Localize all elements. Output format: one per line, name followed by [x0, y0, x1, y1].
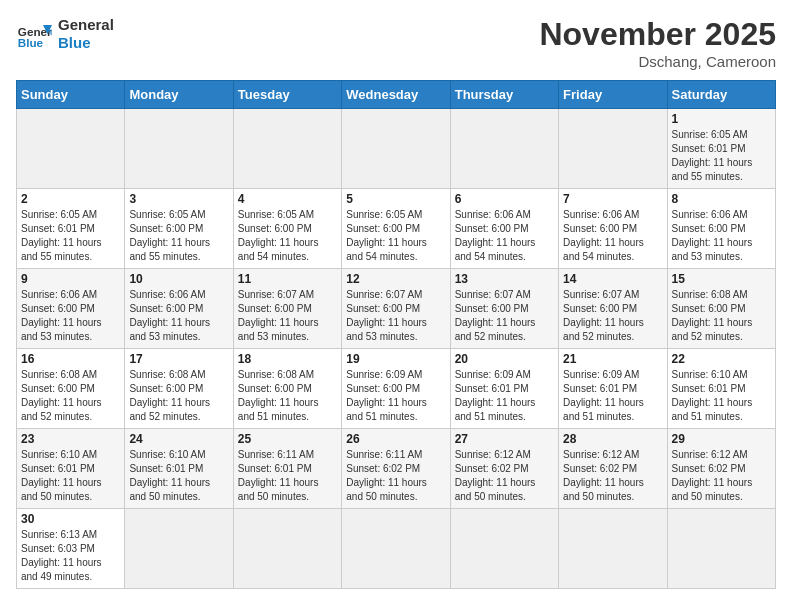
table-row [559, 109, 667, 189]
svg-text:Blue: Blue [18, 36, 44, 49]
day-number: 16 [21, 352, 120, 366]
day-info: Sunrise: 6:13 AM Sunset: 6:03 PM Dayligh… [21, 529, 102, 582]
table-row: 4Sunrise: 6:05 AM Sunset: 6:00 PM Daylig… [233, 189, 341, 269]
day-number: 11 [238, 272, 337, 286]
page-header: General Blue General Blue November 2025 … [16, 16, 776, 70]
table-row [17, 109, 125, 189]
day-info: Sunrise: 6:08 AM Sunset: 6:00 PM Dayligh… [238, 369, 319, 422]
day-number: 2 [21, 192, 120, 206]
logo-icon: General Blue [16, 16, 52, 52]
day-number: 19 [346, 352, 445, 366]
day-number: 13 [455, 272, 554, 286]
day-number: 14 [563, 272, 662, 286]
table-row: 24Sunrise: 6:10 AM Sunset: 6:01 PM Dayli… [125, 429, 233, 509]
day-info: Sunrise: 6:08 AM Sunset: 6:00 PM Dayligh… [672, 289, 753, 342]
table-row [342, 109, 450, 189]
day-number: 29 [672, 432, 771, 446]
table-row [125, 109, 233, 189]
table-row: 17Sunrise: 6:08 AM Sunset: 6:00 PM Dayli… [125, 349, 233, 429]
table-row: 25Sunrise: 6:11 AM Sunset: 6:01 PM Dayli… [233, 429, 341, 509]
table-row [559, 509, 667, 589]
day-info: Sunrise: 6:05 AM Sunset: 6:00 PM Dayligh… [238, 209, 319, 262]
table-row: 14Sunrise: 6:07 AM Sunset: 6:00 PM Dayli… [559, 269, 667, 349]
day-info: Sunrise: 6:12 AM Sunset: 6:02 PM Dayligh… [455, 449, 536, 502]
day-info: Sunrise: 6:07 AM Sunset: 6:00 PM Dayligh… [563, 289, 644, 342]
day-number: 1 [672, 112, 771, 126]
calendar-week-row: 23Sunrise: 6:10 AM Sunset: 6:01 PM Dayli… [17, 429, 776, 509]
day-info: Sunrise: 6:12 AM Sunset: 6:02 PM Dayligh… [563, 449, 644, 502]
table-row: 22Sunrise: 6:10 AM Sunset: 6:01 PM Dayli… [667, 349, 775, 429]
day-number: 26 [346, 432, 445, 446]
col-monday: Monday [125, 81, 233, 109]
table-row [233, 509, 341, 589]
table-row: 18Sunrise: 6:08 AM Sunset: 6:00 PM Dayli… [233, 349, 341, 429]
calendar-week-row: 9Sunrise: 6:06 AM Sunset: 6:00 PM Daylig… [17, 269, 776, 349]
day-number: 24 [129, 432, 228, 446]
day-number: 8 [672, 192, 771, 206]
table-row: 6Sunrise: 6:06 AM Sunset: 6:00 PM Daylig… [450, 189, 558, 269]
table-row: 21Sunrise: 6:09 AM Sunset: 6:01 PM Dayli… [559, 349, 667, 429]
day-info: Sunrise: 6:10 AM Sunset: 6:01 PM Dayligh… [129, 449, 210, 502]
day-info: Sunrise: 6:06 AM Sunset: 6:00 PM Dayligh… [129, 289, 210, 342]
table-row: 11Sunrise: 6:07 AM Sunset: 6:00 PM Dayli… [233, 269, 341, 349]
table-row: 20Sunrise: 6:09 AM Sunset: 6:01 PM Dayli… [450, 349, 558, 429]
table-row: 5Sunrise: 6:05 AM Sunset: 6:00 PM Daylig… [342, 189, 450, 269]
table-row: 27Sunrise: 6:12 AM Sunset: 6:02 PM Dayli… [450, 429, 558, 509]
calendar-week-row: 16Sunrise: 6:08 AM Sunset: 6:00 PM Dayli… [17, 349, 776, 429]
table-row [342, 509, 450, 589]
day-number: 27 [455, 432, 554, 446]
day-info: Sunrise: 6:12 AM Sunset: 6:02 PM Dayligh… [672, 449, 753, 502]
day-number: 28 [563, 432, 662, 446]
day-info: Sunrise: 6:06 AM Sunset: 6:00 PM Dayligh… [672, 209, 753, 262]
col-wednesday: Wednesday [342, 81, 450, 109]
day-info: Sunrise: 6:08 AM Sunset: 6:00 PM Dayligh… [21, 369, 102, 422]
day-info: Sunrise: 6:06 AM Sunset: 6:00 PM Dayligh… [21, 289, 102, 342]
day-info: Sunrise: 6:05 AM Sunset: 6:00 PM Dayligh… [129, 209, 210, 262]
day-number: 4 [238, 192, 337, 206]
day-number: 3 [129, 192, 228, 206]
table-row: 2Sunrise: 6:05 AM Sunset: 6:01 PM Daylig… [17, 189, 125, 269]
table-row: 10Sunrise: 6:06 AM Sunset: 6:00 PM Dayli… [125, 269, 233, 349]
day-number: 30 [21, 512, 120, 526]
day-info: Sunrise: 6:07 AM Sunset: 6:00 PM Dayligh… [455, 289, 536, 342]
table-row: 1Sunrise: 6:05 AM Sunset: 6:01 PM Daylig… [667, 109, 775, 189]
day-number: 17 [129, 352, 228, 366]
day-info: Sunrise: 6:10 AM Sunset: 6:01 PM Dayligh… [21, 449, 102, 502]
logo-general-text: General [58, 16, 114, 34]
day-info: Sunrise: 6:07 AM Sunset: 6:00 PM Dayligh… [346, 289, 427, 342]
calendar-table: Sunday Monday Tuesday Wednesday Thursday… [16, 80, 776, 589]
day-number: 23 [21, 432, 120, 446]
table-row: 9Sunrise: 6:06 AM Sunset: 6:00 PM Daylig… [17, 269, 125, 349]
day-info: Sunrise: 6:05 AM Sunset: 6:00 PM Dayligh… [346, 209, 427, 262]
location: Dschang, Cameroon [539, 53, 776, 70]
day-info: Sunrise: 6:10 AM Sunset: 6:01 PM Dayligh… [672, 369, 753, 422]
table-row [667, 509, 775, 589]
day-info: Sunrise: 6:09 AM Sunset: 6:01 PM Dayligh… [563, 369, 644, 422]
table-row [125, 509, 233, 589]
day-info: Sunrise: 6:07 AM Sunset: 6:00 PM Dayligh… [238, 289, 319, 342]
day-info: Sunrise: 6:06 AM Sunset: 6:00 PM Dayligh… [563, 209, 644, 262]
calendar-week-row: 1Sunrise: 6:05 AM Sunset: 6:01 PM Daylig… [17, 109, 776, 189]
day-number: 9 [21, 272, 120, 286]
table-row [450, 109, 558, 189]
col-tuesday: Tuesday [233, 81, 341, 109]
day-number: 25 [238, 432, 337, 446]
col-saturday: Saturday [667, 81, 775, 109]
table-row: 30Sunrise: 6:13 AM Sunset: 6:03 PM Dayli… [17, 509, 125, 589]
calendar-week-row: 2Sunrise: 6:05 AM Sunset: 6:01 PM Daylig… [17, 189, 776, 269]
logo: General Blue General Blue [16, 16, 114, 52]
day-info: Sunrise: 6:05 AM Sunset: 6:01 PM Dayligh… [672, 129, 753, 182]
day-number: 10 [129, 272, 228, 286]
month-title: November 2025 [539, 16, 776, 53]
table-row: 7Sunrise: 6:06 AM Sunset: 6:00 PM Daylig… [559, 189, 667, 269]
calendar-week-row: 30Sunrise: 6:13 AM Sunset: 6:03 PM Dayli… [17, 509, 776, 589]
day-number: 18 [238, 352, 337, 366]
table-row: 23Sunrise: 6:10 AM Sunset: 6:01 PM Dayli… [17, 429, 125, 509]
day-info: Sunrise: 6:08 AM Sunset: 6:00 PM Dayligh… [129, 369, 210, 422]
day-number: 22 [672, 352, 771, 366]
day-info: Sunrise: 6:06 AM Sunset: 6:00 PM Dayligh… [455, 209, 536, 262]
calendar-header-row: Sunday Monday Tuesday Wednesday Thursday… [17, 81, 776, 109]
table-row: 16Sunrise: 6:08 AM Sunset: 6:00 PM Dayli… [17, 349, 125, 429]
day-number: 15 [672, 272, 771, 286]
day-info: Sunrise: 6:11 AM Sunset: 6:02 PM Dayligh… [346, 449, 427, 502]
